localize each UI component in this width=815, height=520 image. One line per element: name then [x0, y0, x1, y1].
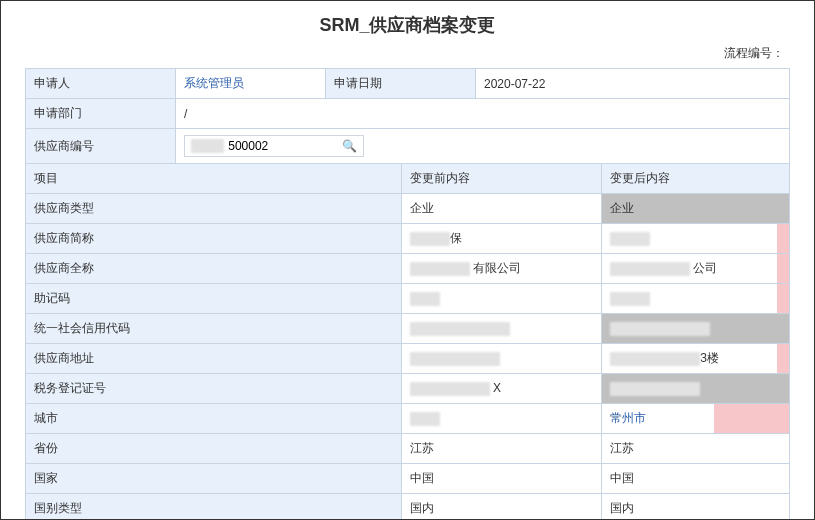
redacted-block: [610, 352, 700, 366]
table-row: 税务登记证号 X: [26, 374, 790, 404]
redacted-block: [410, 262, 470, 276]
table-row: 供应商全称 有限公司 公司: [26, 254, 790, 284]
before-value: [401, 404, 601, 434]
before-value: 中国: [401, 464, 601, 494]
redacted-block: [191, 139, 224, 153]
after-value: 国内: [602, 494, 790, 521]
redacted-block: [610, 232, 650, 246]
supplier-code-label: 供应商编号: [26, 129, 176, 164]
flow-number-label: 流程编号：: [1, 45, 814, 68]
dept-label: 申请部门: [26, 99, 176, 129]
table-row: 供应商简称保: [26, 224, 790, 254]
redacted-block: [610, 322, 710, 336]
apply-date-label: 申请日期: [326, 69, 476, 99]
before-value: [401, 284, 601, 314]
row-label: 供应商全称: [26, 254, 402, 284]
redacted-block: [410, 232, 450, 246]
before-value: 保: [401, 224, 601, 254]
before-value: [401, 344, 601, 374]
row-label: 城市: [26, 404, 402, 434]
table-row: 省份江苏江苏: [26, 434, 790, 464]
chevron-down-icon[interactable]: ︾: [609, 411, 619, 426]
change-table: 项目 变更前内容 变更后内容 供应商类型企业企业供应商简称保供应商全称 有限公司…: [25, 163, 790, 520]
before-value: [401, 314, 601, 344]
supplier-code-input[interactable]: [226, 138, 338, 154]
applicant-label: 申请人: [26, 69, 176, 99]
after-value: 江苏: [602, 434, 790, 464]
redacted-block: [410, 292, 440, 306]
redacted-block: [610, 262, 690, 276]
row-label: 供应商简称: [26, 224, 402, 254]
redacted-block: [410, 412, 440, 426]
row-label: 统一社会信用代码: [26, 314, 402, 344]
table-row: 统一社会信用代码: [26, 314, 790, 344]
redacted-block: [410, 322, 510, 336]
search-icon[interactable]: 🔍: [342, 139, 357, 153]
before-value: X: [401, 374, 601, 404]
row-label: 助记码: [26, 284, 402, 314]
table-row: 国别类型国内国内: [26, 494, 790, 521]
after-value: [602, 314, 790, 344]
after-value: 企业: [602, 194, 790, 224]
row-label: 国家: [26, 464, 402, 494]
col-after: 变更后内容: [602, 164, 790, 194]
row-label: 省份: [26, 434, 402, 464]
redacted-block: [410, 382, 490, 396]
after-value[interactable]: [602, 284, 790, 314]
row-label: 供应商地址: [26, 344, 402, 374]
redacted-block: [610, 382, 700, 396]
page-title: SRM_供应商档案变更: [1, 1, 814, 45]
after-value[interactable]: [602, 224, 790, 254]
before-value: 江苏: [401, 434, 601, 464]
before-value: 企业: [401, 194, 601, 224]
table-row: 城市常州市︾: [26, 404, 790, 434]
before-value: 国内: [401, 494, 601, 521]
supplier-code-search[interactable]: 🔍: [184, 135, 364, 157]
before-value: 有限公司: [401, 254, 601, 284]
col-item: 项目: [26, 164, 402, 194]
col-before: 变更前内容: [401, 164, 601, 194]
redacted-block: [410, 352, 500, 366]
table-row: 供应商类型企业企业: [26, 194, 790, 224]
after-value[interactable]: 公司: [602, 254, 790, 284]
after-value: 中国: [602, 464, 790, 494]
applicant-value[interactable]: 系统管理员: [176, 69, 326, 99]
redacted-block: [610, 292, 650, 306]
supplier-code-cell: 🔍: [176, 129, 790, 164]
after-value[interactable]: 常州市︾: [602, 404, 790, 434]
table-row: 国家中国中国: [26, 464, 790, 494]
row-label: 税务登记证号: [26, 374, 402, 404]
row-label: 供应商类型: [26, 194, 402, 224]
header-table: 申请人 系统管理员 申请日期 2020-07-22 申请部门 / 供应商编号 🔍: [25, 68, 790, 164]
dept-value: /: [176, 99, 790, 129]
row-label: 国别类型: [26, 494, 402, 521]
after-value[interactable]: 3楼: [602, 344, 790, 374]
table-row: 助记码: [26, 284, 790, 314]
table-row: 供应商地址3楼: [26, 344, 790, 374]
apply-date-value: 2020-07-22: [476, 69, 790, 99]
after-value: [602, 374, 790, 404]
